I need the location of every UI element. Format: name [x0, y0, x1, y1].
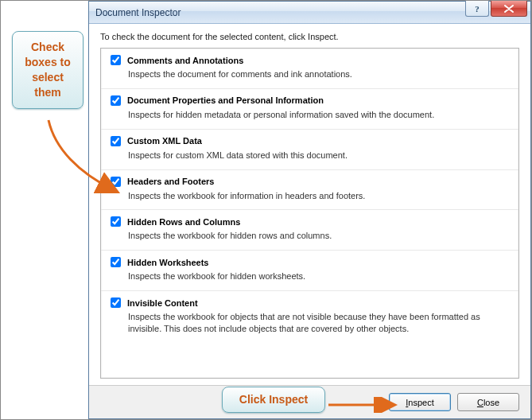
- option-checkbox[interactable]: [111, 257, 121, 267]
- instruction-text: To check the document for the selected c…: [89, 24, 530, 48]
- document-inspector-dialog: Document Inspector ? To check the docume…: [88, 1, 531, 419]
- option-label: Document Properties and Personal Informa…: [127, 95, 324, 105]
- titlebar: Document Inspector ?: [89, 2, 530, 24]
- option-row: Invisible Content Inspects the workbook …: [101, 291, 518, 343]
- inspect-button-label: Inspect: [406, 398, 433, 407]
- annotation-callout-top: Check boxes to select them: [12, 31, 83, 109]
- option-description: Inspects the workbook for objects that a…: [128, 311, 509, 335]
- option-row: Hidden Worksheets Inspects the workbook …: [101, 251, 518, 291]
- option-checkbox[interactable]: [111, 95, 121, 106]
- window-buttons: ?: [465, 1, 530, 17]
- help-icon: ?: [475, 4, 480, 14]
- close-icon: [504, 5, 514, 13]
- option-row: Comments and Annotations Inspects the do…: [101, 49, 518, 89]
- help-button[interactable]: ?: [465, 1, 489, 17]
- option-description: Inspects the workbook for hidden rows an…: [128, 230, 509, 242]
- option-row: Headers and Footers Inspects the workboo…: [101, 170, 518, 211]
- option-label: Comments and Annotations: [127, 56, 243, 65]
- close-button[interactable]: Close: [457, 393, 519, 411]
- option-description: Inspects the workbook for hidden workshe…: [128, 270, 509, 282]
- option-row: Hidden Rows and Columns Inspects the wor…: [101, 210, 518, 251]
- dialog-title: Document Inspector: [95, 7, 181, 18]
- option-checkbox[interactable]: [111, 136, 121, 146]
- option-description: Inspects the document for comments and i…: [128, 68, 509, 80]
- option-checkbox[interactable]: [111, 298, 121, 308]
- option-description: Inspects for hidden metadata or personal…: [128, 109, 509, 121]
- option-label: Custom XML Data: [127, 136, 202, 146]
- option-label: Headers and Footers: [127, 177, 214, 186]
- option-description: Inspects the workbook for information in…: [128, 190, 509, 202]
- option-description: Inspects for custom XML data stored with…: [128, 150, 509, 161]
- option-row: Custom XML Data Inspects for custom XML …: [101, 130, 518, 170]
- option-checkbox[interactable]: [111, 216, 121, 227]
- inspect-button[interactable]: Inspect: [389, 393, 451, 411]
- annotation-callout-bottom: Click Inspect: [222, 387, 325, 413]
- option-checkbox[interactable]: [111, 55, 121, 65]
- close-window-button[interactable]: [491, 1, 527, 17]
- option-label: Invisible Content: [127, 298, 198, 308]
- options-list: Comments and Annotations Inspects the do…: [100, 48, 519, 379]
- option-row: Document Properties and Personal Informa…: [101, 89, 518, 130]
- option-checkbox[interactable]: [111, 177, 121, 187]
- option-label: Hidden Rows and Columns: [127, 217, 240, 227]
- option-label: Hidden Worksheets: [127, 258, 209, 267]
- close-button-label: Close: [477, 398, 499, 407]
